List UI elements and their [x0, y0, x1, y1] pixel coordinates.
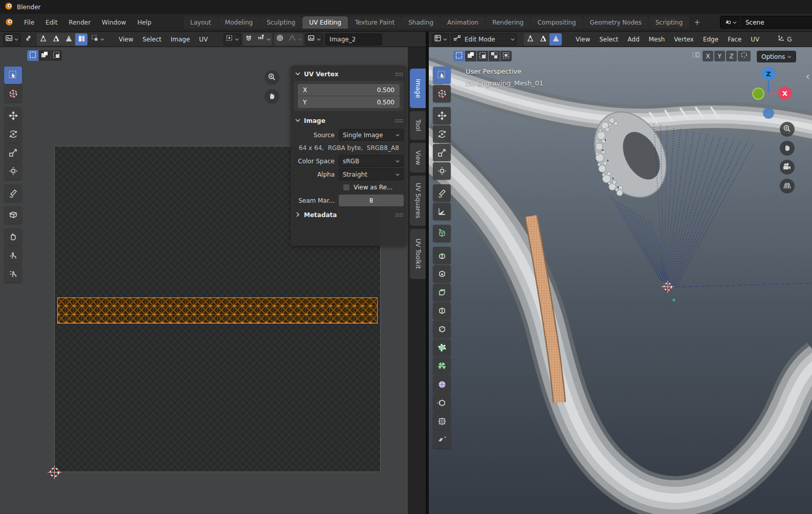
tool-scale[interactable] — [4, 144, 22, 161]
uv-editor-type-dropdown[interactable] — [3, 33, 20, 46]
scene-selector[interactable]: Scene — [720, 16, 812, 29]
options-dropdown[interactable]: Options — [757, 51, 796, 62]
v3d-mode-extend-button[interactable] — [465, 51, 476, 61]
tool-move[interactable] — [433, 107, 451, 124]
uv-pivot-dropdown[interactable] — [224, 33, 241, 46]
uv-pan-gizmo[interactable] — [265, 89, 279, 104]
viewport-canvas[interactable]: User Perspective (5) Engraving_Mesh_01 X… — [429, 47, 812, 514]
uv-falloff-dropdown[interactable] — [287, 33, 303, 46]
workspace-tab-shading[interactable]: Shading — [402, 16, 440, 29]
tool-relax[interactable] — [4, 247, 22, 264]
uv-vertex-x-field[interactable]: X0.500 — [298, 84, 400, 96]
workspace-tab-geometry-nodes[interactable]: Geometry Nodes — [583, 16, 648, 29]
v3d-mode-subtract-button[interactable] — [477, 51, 488, 61]
tool-tweak-select-box[interactable] — [4, 67, 22, 84]
tool-rip-region[interactable] — [4, 206, 22, 224]
alpha-dropdown[interactable]: Straight — [339, 168, 404, 180]
mirror-icon[interactable] — [691, 51, 701, 61]
uv-mode-extend-button[interactable] — [39, 50, 50, 61]
viewport-ortho-button[interactable] — [780, 179, 795, 194]
uv-proportional-edit-toggle[interactable] — [274, 33, 287, 46]
uv-image-name-field[interactable]: Image_2 — [325, 33, 382, 46]
v3d-menu-mesh[interactable]: Mesh — [644, 34, 670, 45]
metadata-panel-header[interactable]: Metadata — [291, 208, 407, 222]
tool-spin[interactable] — [433, 357, 451, 375]
v3d-menu-add[interactable]: Add — [623, 34, 644, 45]
axis-z-button[interactable]: Z — [726, 51, 737, 61]
uv-menu-uv[interactable]: UV — [194, 34, 212, 45]
panel-grip-icon[interactable] — [396, 211, 403, 219]
workspace-tab-modeling[interactable]: Modeling — [218, 16, 260, 29]
tool-annotate[interactable] — [4, 184, 22, 202]
tool-pinch[interactable] — [4, 265, 22, 283]
uv-vertex-panel-header[interactable]: UV Vertex — [291, 68, 407, 81]
tool-cursor[interactable] — [433, 85, 451, 102]
tool-knife[interactable] — [433, 320, 451, 338]
v3d-mode-intersect-button[interactable] — [500, 51, 512, 61]
menu-help[interactable]: Help — [131, 17, 157, 28]
navigation-gizmo[interactable]: Z X — [745, 61, 794, 123]
category-tab-image[interactable]: Image — [410, 69, 426, 108]
tool-shrink-fatten[interactable] — [433, 413, 451, 430]
seam-margin-field[interactable]: 8 — [339, 195, 404, 206]
v3d-mode-new-button[interactable] — [453, 51, 465, 61]
panel-grip-icon[interactable] — [396, 117, 403, 124]
uv-vertex-y-field[interactable]: Y0.500 — [298, 96, 400, 108]
v3d-mode-invert-button[interactable] — [489, 51, 500, 61]
menu-edit[interactable]: Edit — [40, 17, 63, 28]
scene-name[interactable]: Scene — [740, 19, 770, 26]
tool-transform[interactable] — [433, 162, 451, 180]
uv-select-edge-button[interactable] — [50, 33, 62, 46]
v3d-menu-view[interactable]: View — [571, 34, 595, 45]
v3d-menu-edge[interactable]: Edge — [698, 34, 723, 45]
axis-y-button[interactable]: Y — [714, 51, 725, 61]
menu-render[interactable]: Render — [63, 17, 96, 28]
uv-mode-subtract-button[interactable] — [51, 50, 62, 61]
uv-select-face-button[interactable] — [62, 33, 75, 46]
view-as-render-checkbox[interactable] — [343, 184, 350, 191]
category-tab-tool[interactable]: Tool — [410, 111, 426, 140]
source-dropdown[interactable]: Single Image — [339, 129, 404, 141]
category-tab-uv-toolkit[interactable]: UV Toolkit — [410, 229, 426, 279]
tool-select-box[interactable] — [433, 67, 451, 84]
workspace-tab-texture-paint[interactable]: Texture Paint — [348, 16, 401, 29]
tool-edge-slide[interactable] — [433, 394, 451, 412]
v3d-menu-face[interactable]: Face — [723, 34, 746, 45]
viewport-pan-button[interactable] — [780, 141, 795, 156]
tool-move[interactable] — [4, 107, 22, 124]
mode-dropdown[interactable]: Edit Mode — [451, 33, 517, 46]
v3d-menu-uv[interactable]: UV — [746, 34, 764, 45]
tool-bevel[interactable] — [433, 284, 451, 301]
tool-poly-build[interactable] — [433, 339, 451, 356]
tool-shear[interactable] — [433, 431, 451, 448]
sidebar-toggle-arrow[interactable] — [805, 74, 811, 81]
tool-add-cube[interactable] — [433, 225, 451, 242]
image-panel-header[interactable]: Image — [291, 114, 407, 127]
category-tab-uv-squares[interactable]: UV Squares — [410, 176, 426, 226]
uv-island-selected[interactable] — [57, 297, 378, 324]
snap-circle-button[interactable] — [738, 51, 751, 61]
blender-menu-icon[interactable] — [5, 18, 13, 28]
color-space-dropdown[interactable]: sRGB — [339, 155, 404, 167]
viewport-zoom-button[interactable] — [780, 122, 795, 137]
transform-orientation-dropdown[interactable]: G — [776, 33, 793, 46]
workspace-tab-sculpting[interactable]: Sculpting — [260, 16, 302, 29]
menu-file[interactable]: File — [18, 17, 40, 28]
v3d-menu-select[interactable]: Select — [595, 34, 623, 45]
viewport-editor-type-dropdown[interactable] — [432, 33, 449, 46]
workspace-tab-scripting[interactable]: Scripting — [649, 16, 689, 29]
tool-scale[interactable] — [433, 144, 451, 161]
category-tab-view[interactable]: View — [410, 143, 426, 173]
tool-rotate[interactable] — [433, 125, 451, 143]
uv-snap-settings-dropdown[interactable] — [256, 33, 272, 46]
workspace-tab-uv-editing[interactable]: UV Editing — [302, 16, 348, 29]
uv-zoom-gizmo[interactable] — [265, 70, 279, 85]
tool-rotate[interactable] — [4, 125, 22, 143]
tool-measure[interactable] — [433, 203, 451, 220]
tool-transform[interactable] — [4, 162, 22, 180]
workspace-tab-compositing[interactable]: Compositing — [531, 16, 582, 29]
uv-sticky-selection-dropdown[interactable] — [90, 33, 106, 46]
uv-select-vertex-button[interactable] — [37, 33, 49, 46]
tool-inset-faces[interactable] — [433, 265, 451, 283]
edge-mode-button[interactable] — [537, 33, 549, 46]
